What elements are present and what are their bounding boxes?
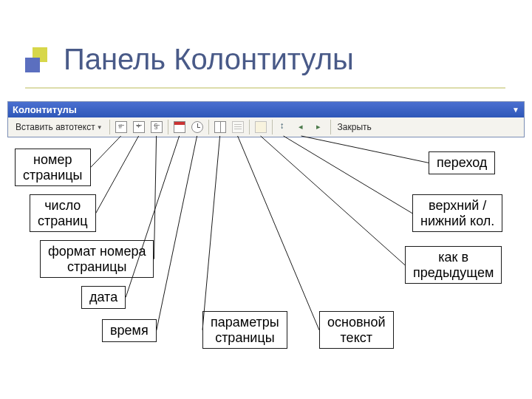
headers-footers-toolbar: Колонтитулы ▼ Вставить автотекст ▼ — [7, 101, 525, 137]
separator — [330, 120, 331, 134]
page-number-button[interactable] — [112, 119, 130, 135]
insert-autotext-button[interactable]: Вставить автотекст ▼ — [11, 119, 107, 135]
same-as-previous-button[interactable] — [252, 119, 270, 135]
svg-line-4 — [157, 136, 197, 330]
svg-line-7 — [261, 136, 405, 265]
label-page-setup: параметрыстраницы — [202, 311, 287, 349]
label-body-text: основнойтекст — [319, 311, 394, 349]
toolbar-menu-caret-icon[interactable]: ▼ — [512, 106, 519, 114]
close-button[interactable]: Закрыть — [333, 119, 376, 135]
title-bullet-icon — [25, 47, 50, 72]
label-switch-hf: верхний /нижний кол. — [412, 194, 502, 232]
separator — [249, 120, 250, 134]
svg-line-6 — [238, 136, 319, 330]
svg-line-5 — [202, 136, 220, 330]
toolbar-title: Колонтитулы — [13, 104, 77, 115]
label-number-format: формат номерастраницы — [40, 240, 154, 278]
switch-header-footer-button[interactable] — [275, 119, 293, 135]
close-label: Закрыть — [338, 122, 372, 132]
show-previous-button[interactable] — [293, 119, 310, 135]
insert-time-button[interactable] — [188, 119, 206, 135]
dropdown-caret-icon: ▼ — [97, 124, 103, 131]
show-body-text-button[interactable] — [229, 119, 247, 135]
page-count-button[interactable] — [130, 119, 148, 135]
label-time: время — [102, 319, 157, 342]
label-same-as-prev: как впредыдущем — [405, 246, 502, 284]
separator — [272, 120, 273, 134]
label-page-number: номерстраницы — [15, 149, 91, 186]
show-next-button[interactable] — [310, 119, 328, 135]
svg-line-8 — [284, 136, 412, 214]
slide-title: Панель Колонтитулы — [64, 43, 354, 76]
separator — [109, 120, 110, 134]
page-setup-button[interactable] — [211, 119, 229, 135]
label-date: дата — [81, 286, 126, 309]
title-underline — [25, 87, 505, 89]
insert-autotext-label: Вставить автотекст — [16, 122, 95, 132]
label-page-count: числостраниц — [30, 194, 96, 232]
svg-line-0 — [91, 136, 121, 168]
label-goto: переход — [429, 151, 495, 174]
number-format-button[interactable] — [148, 119, 166, 135]
separator — [208, 120, 209, 134]
svg-line-9 — [301, 136, 429, 163]
svg-line-2 — [154, 136, 156, 259]
insert-date-button[interactable] — [171, 119, 188, 135]
svg-line-1 — [96, 136, 139, 214]
separator — [168, 120, 168, 134]
toolbar-titlebar[interactable]: Колонтитулы ▼ — [8, 102, 524, 117]
